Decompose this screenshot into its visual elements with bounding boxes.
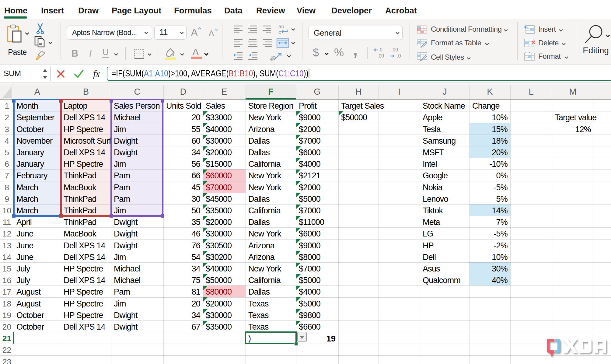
svg-text:.00: .00 bbox=[377, 53, 384, 58]
svg-text:A: A bbox=[192, 47, 199, 58]
svg-text:.0: .0 bbox=[397, 53, 401, 58]
svg-text:0: 0 bbox=[380, 47, 382, 52]
svg-text:.00: .00 bbox=[391, 47, 398, 52]
svg-text:c: c bbox=[278, 29, 281, 35]
svg-text:A: A bbox=[209, 29, 214, 37]
svg-text:ab: ab bbox=[278, 24, 284, 30]
svg-text:A: A bbox=[191, 27, 198, 37]
